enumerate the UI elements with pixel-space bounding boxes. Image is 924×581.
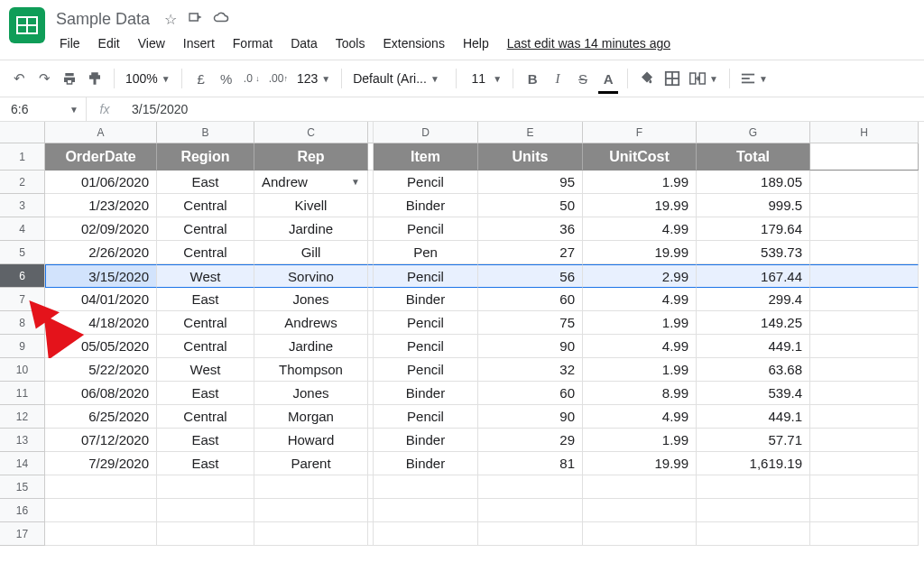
percent-button[interactable]: % <box>215 66 238 91</box>
cell-region[interactable]: East <box>157 429 254 452</box>
col-header-G[interactable]: G <box>697 122 810 143</box>
cell-date[interactable]: 07/12/2020 <box>45 429 157 452</box>
cell-item[interactable]: Binder <box>374 382 478 405</box>
header-cell-Item[interactable]: Item <box>374 143 478 171</box>
cell-empty[interactable] <box>583 522 697 546</box>
number-format-select[interactable]: 123▼ <box>293 71 334 86</box>
cell-blank[interactable] <box>810 452 919 475</box>
cell-empty[interactable] <box>583 475 697 499</box>
cell-empty[interactable] <box>374 475 478 499</box>
cell-empty[interactable] <box>810 522 919 546</box>
cell-region[interactable]: Central <box>157 405 254 429</box>
cell-blank[interactable] <box>810 429 919 452</box>
cell-rep[interactable]: Howard <box>254 429 368 452</box>
cell-unitcost[interactable]: 1.99 <box>583 429 697 452</box>
col-header-A[interactable]: A <box>45 122 157 143</box>
cell-total[interactable]: 63.68 <box>697 358 810 382</box>
cell-item[interactable]: Binder <box>374 288 478 311</box>
cell-units[interactable]: 75 <box>478 311 583 335</box>
cell-date[interactable]: 2/26/2020 <box>45 241 157 264</box>
italic-button[interactable]: I <box>546 66 569 91</box>
cell-empty[interactable] <box>478 522 583 546</box>
borders-button[interactable] <box>661 66 684 91</box>
cell-date[interactable]: 05/05/2020 <box>45 335 157 358</box>
col-header-H[interactable]: H <box>810 122 919 143</box>
cell-empty[interactable] <box>45 499 157 522</box>
cell-item[interactable]: Pencil <box>374 264 478 288</box>
cell-region[interactable]: Central <box>157 241 254 264</box>
cell-total[interactable]: 57.71 <box>697 429 810 452</box>
paint-format-button[interactable] <box>83 66 106 91</box>
row-header-13[interactable]: 13 <box>0 429 45 452</box>
cell-empty[interactable] <box>157 522 254 546</box>
cell-date[interactable]: 1/23/2020 <box>45 194 157 217</box>
cell-region[interactable]: East <box>157 452 254 475</box>
cell-empty[interactable] <box>810 475 919 499</box>
move-icon[interactable] <box>188 10 202 28</box>
row-header-11[interactable]: 11 <box>0 382 45 405</box>
cell-units[interactable]: 27 <box>478 241 583 264</box>
cell-rep[interactable]: Andrew▼ <box>254 171 368 194</box>
cell-empty[interactable] <box>478 499 583 522</box>
row-header-4[interactable]: 4 <box>0 217 45 241</box>
cell-units[interactable]: 29 <box>478 429 583 452</box>
cell-region[interactable]: Central <box>157 311 254 335</box>
cell-blank[interactable] <box>810 241 919 264</box>
doc-title[interactable]: Sample Data <box>52 8 153 31</box>
undo-button[interactable]: ↶ <box>7 66 31 91</box>
header-cell-Rep[interactable]: Rep <box>254 143 368 171</box>
row-header-17[interactable]: 17 <box>0 522 45 546</box>
cell-units[interactable]: 90 <box>478 405 583 429</box>
redo-button[interactable]: ↷ <box>32 66 56 91</box>
cell-blank[interactable] <box>810 194 919 217</box>
cell-item[interactable]: Pencil <box>374 171 478 194</box>
bold-button[interactable]: B <box>521 66 544 91</box>
cell-units[interactable]: 60 <box>478 382 583 405</box>
cell-unitcost[interactable]: 1.99 <box>583 358 697 382</box>
col-header-C[interactable]: C <box>254 122 368 143</box>
menu-data[interactable]: Data <box>283 32 325 54</box>
increase-decimal-button[interactable]: .00↑ <box>265 66 291 91</box>
cell-unitcost[interactable]: 19.99 <box>583 194 697 217</box>
cell-blank[interactable] <box>810 382 919 405</box>
cell-item[interactable]: Pencil <box>374 335 478 358</box>
zoom-select[interactable]: 100%▼ <box>122 71 174 86</box>
cell-item[interactable]: Pen <box>374 241 478 264</box>
cell-item[interactable]: Pencil <box>374 217 478 241</box>
formula-input[interactable]: 3/15/2020 <box>123 102 924 116</box>
row-header-14[interactable]: 14 <box>0 452 45 475</box>
cell-total[interactable]: 179.64 <box>697 217 810 241</box>
header-cell-blank[interactable] <box>810 143 919 171</box>
cell-total[interactable]: 539.73 <box>697 241 810 264</box>
cell-item[interactable]: Pencil <box>374 405 478 429</box>
menu-insert[interactable]: Insert <box>176 32 222 54</box>
col-header-B[interactable]: B <box>157 122 254 143</box>
cell-unitcost[interactable]: 8.99 <box>583 382 697 405</box>
cell-empty[interactable] <box>254 522 368 546</box>
cell-blank[interactable] <box>810 335 919 358</box>
menu-view[interactable]: View <box>131 32 172 54</box>
header-cell-OrderDate[interactable]: OrderDate <box>45 143 157 171</box>
cell-region[interactable]: West <box>157 358 254 382</box>
cell-dropdown-icon[interactable]: ▼ <box>344 177 360 187</box>
menu-help[interactable]: Help <box>456 32 496 54</box>
cell-blank[interactable] <box>810 358 919 382</box>
menu-edit[interactable]: Edit <box>91 32 127 54</box>
cell-empty[interactable] <box>697 499 810 522</box>
cell-unitcost[interactable]: 19.99 <box>583 241 697 264</box>
header-cell-Region[interactable]: Region <box>157 143 254 171</box>
row-header-7[interactable]: 7 <box>0 288 45 311</box>
row-header-6[interactable]: 6 <box>0 264 45 288</box>
cell-total[interactable]: 299.4 <box>697 288 810 311</box>
app-logo-sheets[interactable] <box>9 7 45 43</box>
cell-region[interactable]: West <box>157 264 254 288</box>
menu-tools[interactable]: Tools <box>328 32 373 54</box>
cell-empty[interactable] <box>157 499 254 522</box>
cell-empty[interactable] <box>45 522 157 546</box>
decrease-decimal-button[interactable]: .0 ↓ <box>240 66 263 91</box>
cell-date[interactable]: 6/25/2020 <box>45 405 157 429</box>
cell-date[interactable]: 04/01/2020 <box>45 288 157 311</box>
last-edit-link[interactable]: Last edit was 14 minutes ago <box>500 32 678 54</box>
menu-extensions[interactable]: Extensions <box>375 32 451 54</box>
cell-total[interactable]: 1,619.19 <box>697 452 810 475</box>
